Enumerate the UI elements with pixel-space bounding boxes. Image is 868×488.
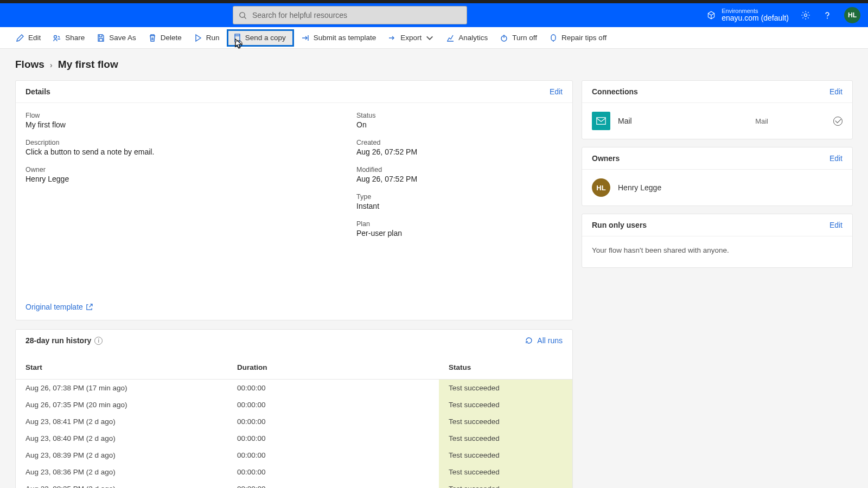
table-row[interactable]: Aug 23, 08:39 PM (2 d ago)00:00:00Test s…: [16, 447, 572, 464]
col-start[interactable]: Start: [16, 351, 227, 380]
cell-start: Aug 23, 08:41 PM (2 d ago): [16, 413, 227, 430]
search-input[interactable]: [252, 11, 461, 20]
environment-name: enayu.com (default): [722, 14, 789, 22]
table-row[interactable]: Aug 23, 08:40 PM (2 d ago)00:00:00Test s…: [16, 430, 572, 447]
connection-item[interactable]: Mail Mail: [582, 103, 852, 139]
cell-status: Test succeeded: [439, 447, 537, 464]
cmd-label: Submit as template: [314, 34, 376, 42]
original-template-link[interactable]: Original template: [25, 303, 563, 311]
cmd-label: Delete: [161, 34, 182, 42]
field-type: Type Instant: [356, 193, 563, 210]
field-status: Status On: [356, 112, 563, 129]
user-avatar[interactable]: HL: [844, 7, 860, 23]
table-row[interactable]: Aug 23, 08:41 PM (2 d ago)00:00:00Test s…: [16, 413, 572, 430]
run-only-title: Run only users: [592, 221, 647, 229]
help-icon[interactable]: [822, 10, 832, 20]
delete-button[interactable]: Delete: [143, 30, 187, 46]
owner-name: Henry Legge: [618, 183, 661, 192]
cell-start: Aug 23, 08:39 PM (2 d ago): [16, 447, 227, 464]
svg-point-3: [827, 17, 828, 18]
turnoff-button[interactable]: Turn off: [495, 30, 542, 46]
table-row[interactable]: Aug 26, 07:38 PM (17 min ago)00:00:00Tes…: [16, 380, 572, 397]
chevron-down-icon: [425, 34, 434, 42]
table-row[interactable]: Aug 23, 08:35 PM (2 d ago)00:00:00Test s…: [16, 480, 572, 488]
cell-duration: 00:00:00: [227, 447, 439, 464]
field-modified: Modified Aug 26, 07:52 PM: [356, 166, 563, 183]
search-box[interactable]: [233, 6, 467, 24]
field-description: Description Click a button to send a not…: [25, 139, 356, 156]
details-edit-link[interactable]: Edit: [550, 87, 563, 96]
link-label: All runs: [537, 336, 563, 345]
field-plan: Plan Per-user plan: [356, 220, 563, 237]
cmd-label: Edit: [28, 34, 41, 42]
field-flow: Flow My first flow: [25, 112, 356, 129]
edit-button[interactable]: Edit: [11, 30, 46, 46]
all-runs-link[interactable]: All runs: [525, 336, 563, 345]
share-button[interactable]: Share: [48, 30, 90, 46]
owner-item[interactable]: HL Henry Legge: [582, 170, 852, 206]
saveas-button[interactable]: Save As: [92, 30, 141, 46]
breadcrumb-current: My first flow: [58, 59, 118, 70]
owners-edit-link[interactable]: Edit: [829, 154, 843, 163]
details-card: Details Edit Flow My first flow Status O…: [15, 80, 573, 320]
cell-pad: [537, 464, 572, 480]
cell-pad: [537, 447, 572, 464]
field-value: On: [356, 120, 563, 129]
table-row[interactable]: Aug 23, 08:36 PM (2 d ago)00:00:00Test s…: [16, 464, 572, 480]
breadcrumb: Flows › My first flow: [0, 49, 868, 76]
run-only-edit-link[interactable]: Edit: [829, 221, 843, 229]
submit-template-button[interactable]: Submit as template: [296, 30, 381, 46]
table-row[interactable]: Aug 26, 07:35 PM (20 min ago)00:00:00Tes…: [16, 396, 572, 413]
cell-duration: 00:00:00: [227, 464, 439, 480]
cmd-label: Analytics: [458, 34, 488, 42]
chevron-right-icon: ›: [50, 60, 53, 69]
col-duration[interactable]: Duration: [227, 351, 439, 380]
app-header: Environments enayu.com (default) HL: [0, 3, 868, 27]
owners-card: Owners Edit HL Henry Legge: [582, 147, 853, 206]
run-history-table: Start Duration Status Aug 26, 07:38 PM (…: [16, 351, 572, 488]
svg-rect-5: [235, 36, 240, 42]
field-value: Instant: [356, 202, 563, 210]
repair-button[interactable]: Repair tips off: [544, 30, 611, 46]
cell-status: Test succeeded: [439, 480, 537, 488]
run-history-title: 28-day run history: [25, 336, 91, 345]
cmd-label: Save As: [109, 34, 136, 42]
connections-title: Connections: [592, 87, 638, 96]
settings-icon[interactable]: [801, 10, 810, 20]
run-button[interactable]: Run: [189, 30, 225, 46]
environment-picker[interactable]: Environments enayu.com (default): [706, 8, 789, 22]
cmd-label: Share: [65, 34, 85, 42]
cmd-label: Turn off: [512, 34, 537, 42]
field-value: Henry Legge: [25, 175, 356, 183]
cell-status: Test succeeded: [439, 396, 537, 413]
field-label: Status: [356, 112, 563, 119]
connections-card: Connections Edit Mail Mail: [582, 80, 853, 139]
analytics-button[interactable]: Analytics: [441, 30, 493, 46]
col-status[interactable]: Status: [439, 351, 537, 380]
info-icon[interactable]: i: [94, 337, 103, 345]
svg-point-2: [805, 14, 807, 17]
cmd-label: Repair tips off: [561, 34, 607, 42]
send-copy-button[interactable]: Send a copy: [227, 29, 294, 47]
cell-pad: [537, 396, 572, 413]
field-label: Modified: [356, 166, 563, 174]
details-title: Details: [25, 87, 50, 96]
svg-point-4: [54, 35, 57, 38]
breadcrumb-root[interactable]: Flows: [15, 59, 44, 70]
cell-status: Test succeeded: [439, 430, 537, 447]
cell-duration: 00:00:00: [227, 430, 439, 447]
connection-type: Mail: [755, 117, 768, 125]
environment-icon: [706, 10, 716, 20]
field-label: Created: [356, 139, 563, 146]
export-button[interactable]: Export: [383, 30, 439, 46]
cell-pad: [537, 380, 572, 397]
svg-point-0: [240, 12, 245, 17]
cell-status: Test succeeded: [439, 380, 537, 397]
owner-avatar: HL: [592, 178, 610, 197]
run-only-users-card: Run only users Edit Your flow hasn't bee…: [582, 214, 853, 268]
connection-name: Mail: [618, 117, 632, 125]
connections-edit-link[interactable]: Edit: [829, 87, 843, 96]
cell-duration: 00:00:00: [227, 413, 439, 430]
cell-pad: [537, 413, 572, 430]
cell-duration: 00:00:00: [227, 396, 439, 413]
